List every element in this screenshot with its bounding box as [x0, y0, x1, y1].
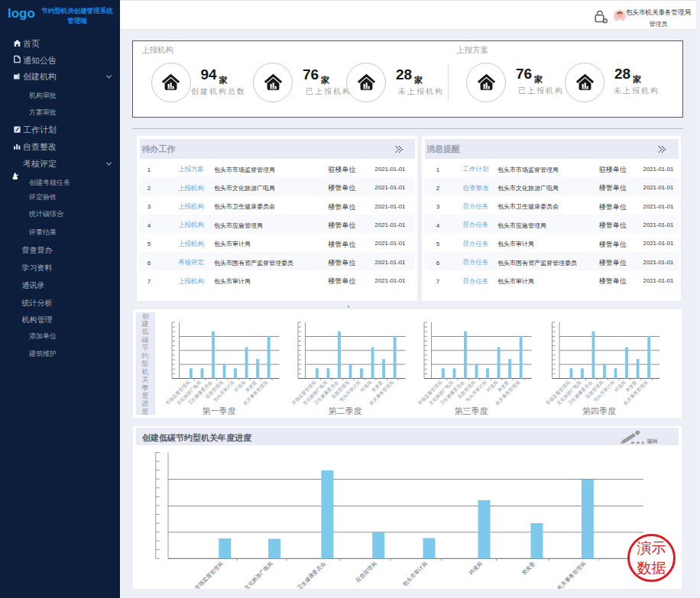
- svg-text:环境局: 环境局: [467, 560, 483, 576]
- svg-text:文化旅游广电局: 文化旅游广电局: [242, 560, 274, 589]
- svg-text:发改委: 发改委: [520, 561, 536, 577]
- svg-text:第二季度: 第二季度: [328, 406, 361, 415]
- svg-text:卫生健康委员会: 卫生健康委员会: [295, 560, 326, 589]
- svg-text:环境局: 环境局: [613, 379, 627, 393]
- svg-text:包头市审计局: 包头市审计局: [400, 560, 428, 587]
- svg-text:第三季度: 第三季度: [454, 406, 488, 415]
- svg-text:环境局: 环境局: [358, 379, 372, 393]
- svg-text:环境局: 环境局: [484, 379, 498, 393]
- svg-text:市场监督管理局: 市场监督管理局: [193, 560, 224, 589]
- svg-text:第四季度: 第四季度: [582, 406, 616, 415]
- svg-text:机关事务管理局: 机关事务管理局: [556, 560, 587, 589]
- svg-text:第一季度: 第一季度: [202, 406, 235, 415]
- svg-text:环境局: 环境局: [232, 379, 246, 393]
- svg-text:应急管理局: 应急管理局: [354, 560, 378, 583]
